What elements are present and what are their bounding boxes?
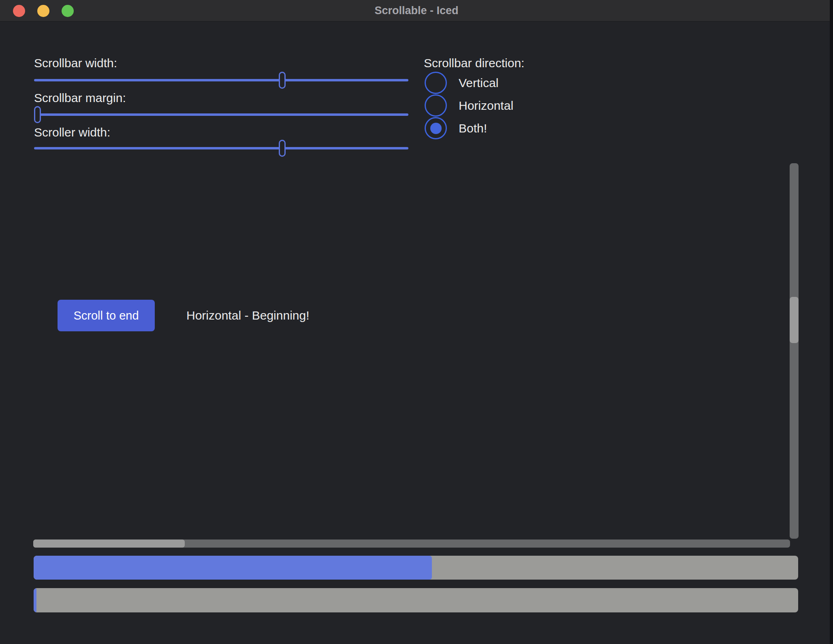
horizontal-scroller-thumb[interactable] [33,540,185,548]
radio-circle-icon[interactable] [425,94,447,117]
titlebar: Scrollable - Iced [0,0,833,21]
progress-fill [34,556,432,580]
vertical-progress-bar [34,588,798,612]
radio-dot-icon [430,123,442,134]
radio-vertical[interactable]: Vertical [425,72,498,94]
radio-both-label: Both! [459,122,487,135]
horizontal-scrollbar[interactable] [33,540,790,548]
scrollbar-direction-label: Scrollbar direction: [424,56,524,70]
scrollbar-margin-label: Scrollbar margin: [34,91,126,105]
horizontal-progress-bar [34,556,798,580]
slider-handle[interactable] [279,72,286,89]
scroll-to-end-button[interactable]: Scroll to end [58,300,155,331]
slider-rail[interactable] [34,79,408,81]
scroller-width-slider[interactable] [34,140,408,157]
scroller-width-label: Scroller width: [34,125,110,140]
scrollbar-margin-slider[interactable] [34,106,408,123]
slider-handle[interactable] [279,140,286,157]
scrollbar-width-slider[interactable] [34,72,408,89]
radio-circle-icon[interactable] [425,117,447,139]
slider-rail[interactable] [34,113,408,116]
app-window: { "window": { "title": "Scrollable - Ice… [0,0,833,644]
progress-fill [34,588,36,612]
radio-horizontal-label: Horizontal [459,99,513,113]
slider-rail[interactable] [34,147,408,149]
scroll-status-text: Horizontal - Beginning! [186,308,310,323]
window-title: Scrollable - Iced [0,0,833,21]
vertical-scrollbar[interactable] [790,163,799,539]
radio-vertical-label: Vertical [459,76,498,90]
radio-circle-icon[interactable] [425,72,447,94]
scrollbar-width-label: Scrollbar width: [34,56,117,70]
window-right-edge [830,0,833,644]
radio-horizontal[interactable]: Horizontal [425,94,513,117]
vertical-scroller-thumb[interactable] [790,297,799,343]
radio-both[interactable]: Both! [425,117,487,139]
slider-handle[interactable] [34,106,41,123]
